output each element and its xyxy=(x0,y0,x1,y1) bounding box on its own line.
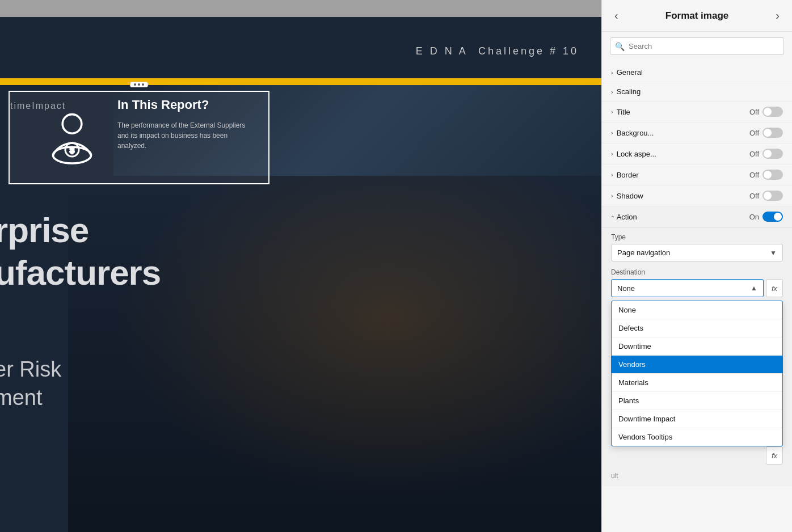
svg-text:$: $ xyxy=(70,146,74,155)
action-header-left: Action xyxy=(611,213,637,221)
title-label: Title xyxy=(617,108,630,116)
default-row: ult xyxy=(602,468,792,486)
type-row: Type Page navigation ▼ xyxy=(602,227,792,265)
background-label: Backgrou... xyxy=(617,129,654,137)
type-label: Type xyxy=(611,233,783,241)
section-lock-aspect[interactable]: Lock aspe... Off xyxy=(602,143,792,164)
dropdown-item-none[interactable]: None xyxy=(612,301,782,319)
edna-title: E D N A Challenge # 10 xyxy=(416,45,579,57)
general-label: General xyxy=(617,68,643,77)
dropdown-item-vendors-tooltips[interactable]: Vendors Tooltips xyxy=(612,428,782,446)
nav-forward-button[interactable]: › xyxy=(772,8,783,23)
chevron-border xyxy=(611,171,613,178)
type-chevron-icon: ▼ xyxy=(770,249,777,257)
scaling-label: Scaling xyxy=(617,87,641,96)
background-toggle-knob xyxy=(764,129,772,137)
type-value: Page navigation xyxy=(617,248,670,257)
title-toggle[interactable] xyxy=(762,107,783,117)
edna-header: E D N A Challenge # 10 xyxy=(416,45,579,57)
section-border[interactable]: Border Off xyxy=(602,164,792,185)
section-general[interactable]: General xyxy=(602,63,792,82)
destination-label: Destination xyxy=(611,268,783,276)
shadow-label: Shadow xyxy=(617,192,643,200)
small-text-er-risk: er Risk xyxy=(0,357,61,382)
border-toggle[interactable] xyxy=(762,170,783,180)
section-title-left: Title xyxy=(611,108,630,116)
lock-aspect-toggle[interactable] xyxy=(762,149,783,159)
section-background-left: Backgrou... xyxy=(611,129,654,137)
action-label: Action xyxy=(617,213,637,221)
shadow-toggle[interactable] xyxy=(762,191,783,201)
slide-container: E D N A Challenge # 10 $ xyxy=(0,17,601,532)
selected-image-box[interactable]: $ In This Report? The performance of the… xyxy=(9,91,269,184)
dropdown-item-downtime-impact[interactable]: Downtime Impact xyxy=(612,410,782,428)
canvas-area: E D N A Challenge # 10 $ xyxy=(0,0,601,532)
shadow-toggle-container: Off xyxy=(749,191,783,201)
action-header[interactable]: Action On xyxy=(602,206,792,227)
right-panel: ‹ Format image › 🔍 General Scaling xyxy=(601,0,792,532)
dropdown-item-plants[interactable]: Plants xyxy=(612,392,782,410)
action-toggle-label: On xyxy=(749,213,759,221)
chevron-action xyxy=(611,213,613,220)
type-select[interactable]: Page navigation ▼ xyxy=(611,244,783,261)
action-section: Action On Type Page navigation ▼ xyxy=(602,206,792,486)
title-toggle-knob xyxy=(764,108,772,116)
destination-row: Destination None ▲ fx xyxy=(602,265,792,301)
panel-content: General Scaling Title Off xyxy=(602,61,792,532)
dropdown-item-defects[interactable]: Defects xyxy=(612,319,782,337)
slide-header: E D N A Challenge # 10 xyxy=(0,45,601,57)
lock-aspect-toggle-label: Off xyxy=(749,150,759,158)
chevron-background xyxy=(611,129,613,136)
nav-back-button[interactable]: ‹ xyxy=(611,8,622,23)
report-desc-in-box: The performance of the External Supplier… xyxy=(117,120,254,151)
section-shadow[interactable]: Shadow Off xyxy=(602,185,792,206)
lock-aspect-toggle-knob xyxy=(764,150,772,158)
destination-chevron-icon: ▲ xyxy=(751,284,757,292)
section-shadow-left: Shadow xyxy=(611,192,643,200)
background-toggle[interactable] xyxy=(762,128,783,138)
chevron-lock-aspect xyxy=(611,150,613,157)
search-input[interactable] xyxy=(610,37,784,55)
section-border-left: Border xyxy=(611,171,639,179)
fx-button-1[interactable]: fx xyxy=(766,279,783,297)
section-general-left: General xyxy=(611,68,643,77)
default-text: ult xyxy=(611,472,618,480)
fx-button-2[interactable]: fx xyxy=(766,446,783,465)
search-icon: 🔍 xyxy=(615,42,625,51)
shadow-toggle-label: Off xyxy=(749,192,759,200)
big-text-ufacturers: ufacturers xyxy=(0,252,161,293)
small-text-ment: ment xyxy=(0,386,42,410)
border-toggle-label: Off xyxy=(749,171,759,179)
welder-area xyxy=(68,176,601,532)
section-lock-aspect-left: Lock aspe... xyxy=(611,150,656,158)
dropdown-item-materials[interactable]: Materials xyxy=(612,374,782,392)
background-toggle-container: Off xyxy=(749,128,783,138)
challenge-label: Challenge # 10 xyxy=(478,45,579,57)
section-title[interactable]: Title Off xyxy=(602,102,792,123)
edna-label: E D N A xyxy=(416,45,468,57)
section-scaling-left: Scaling xyxy=(611,87,641,96)
section-scaling[interactable]: Scaling xyxy=(602,82,792,102)
title-toggle-container: Off xyxy=(749,107,783,117)
section-background[interactable]: Backgrou... Off xyxy=(602,123,792,143)
image-handle[interactable] xyxy=(130,82,148,87)
chevron-scaling xyxy=(611,88,613,95)
background-toggle-label: Off xyxy=(749,129,759,137)
dropdown-item-vendors[interactable]: Vendors xyxy=(612,356,782,374)
title-toggle-label: Off xyxy=(749,108,759,116)
border-toggle-knob xyxy=(764,171,772,179)
destination-select[interactable]: None ▲ xyxy=(611,279,764,297)
panel-title: Format image xyxy=(665,10,728,22)
svg-point-0 xyxy=(62,115,82,134)
chevron-general xyxy=(611,69,613,76)
search-box: 🔍 xyxy=(610,37,784,55)
border-toggle-container: Off xyxy=(749,170,783,180)
hand-icon: $ xyxy=(38,109,106,177)
border-label: Border xyxy=(617,171,639,179)
lock-aspect-label: Lock aspe... xyxy=(617,150,656,158)
action-toggle[interactable] xyxy=(762,212,783,222)
yellow-bar xyxy=(0,78,601,85)
dropdown-list: None Defects Downtime Vendors Materials … xyxy=(611,301,783,446)
action-toggle-container: On xyxy=(749,212,783,222)
dropdown-item-downtime[interactable]: Downtime xyxy=(612,337,782,356)
